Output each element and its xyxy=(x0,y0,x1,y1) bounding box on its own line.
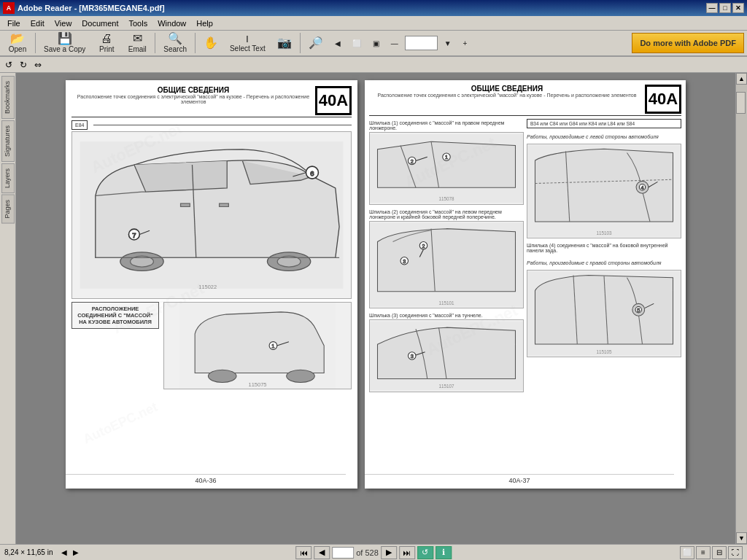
zoom-plus-button[interactable]: + xyxy=(458,31,473,55)
zoom-fit-icon: ⬜ xyxy=(352,39,361,47)
pdf-area[interactable]: AutoEPC.net AutoEPC.net AutoEPC.net ОБЩИ… xyxy=(16,73,735,544)
close-button[interactable]: ✕ xyxy=(732,3,744,13)
mass-label: РАСПОЛОЖЕНИЕ СОЕДИНЕНИЙ С "МАССОЙ"НА КУЗ… xyxy=(71,302,159,329)
save-copy-button[interactable]: 💾 Save a Copy xyxy=(39,31,90,55)
refresh-button[interactable]: ↺ xyxy=(417,546,433,559)
svg-text:3: 3 xyxy=(403,258,406,265)
rotate-icon[interactable]: ↺ xyxy=(3,59,15,71)
svg-text:3: 3 xyxy=(411,353,414,359)
layers-tab[interactable]: Layers xyxy=(1,163,15,193)
page-left-title-block: ОБЩИЕ СВЕДЕНИЯ Расположение точек соедин… xyxy=(71,86,315,104)
open-button[interactable]: 📂 Open xyxy=(3,31,32,55)
app-icon: A xyxy=(3,2,15,14)
scroll-thumb[interactable] xyxy=(736,92,746,114)
menu-tools[interactable]: Tools xyxy=(125,18,152,29)
page-right-title: ОБЩИЕ СВЕДЕНИЯ xyxy=(369,85,645,93)
svg-text:115105: 115105 xyxy=(596,349,612,354)
page-right-footer: 40A-37 xyxy=(365,474,674,484)
menu-file[interactable]: File xyxy=(3,18,25,29)
zoom-page-button[interactable]: ▣ xyxy=(368,31,384,55)
zoom-out-arrow-button[interactable]: ◀ xyxy=(330,31,346,55)
current-page-input[interactable]: 44 xyxy=(332,547,354,559)
menu-bar: File Edit View Document Tools Window Hel… xyxy=(0,16,747,31)
pages-container: AutoEPC.net AutoEPC.net AutoEPC.net ОБЩИ… xyxy=(66,80,686,489)
signatures-tab[interactable]: Signatures xyxy=(1,120,15,162)
caption-2: Шпилька (2) соединения с "массой" на лев… xyxy=(369,209,524,219)
variant-label: B34 или C84 или G84 или K84 или L84 или … xyxy=(527,119,681,128)
maximize-button[interactable]: □ xyxy=(719,3,731,13)
diagram-2-block: Шпилька (2) соединения с "массой" на лев… xyxy=(369,208,524,308)
zoom-minus-icon: — xyxy=(391,39,398,47)
menu-view[interactable]: View xyxy=(50,18,77,29)
diagram-5-svg: 5 115105 xyxy=(527,271,681,357)
continuous-view-button[interactable]: ≡ xyxy=(696,546,711,559)
page-right-subtitle: Расположение точек соединения с электрич… xyxy=(369,93,645,98)
print-label: Print xyxy=(99,45,115,53)
toolbar-separator-1 xyxy=(35,33,36,53)
page-left-footer-text: 40A-36 xyxy=(195,477,216,484)
search-button[interactable]: 🔍 Search xyxy=(158,31,192,55)
snapshot-icon: 📷 xyxy=(277,37,292,49)
svg-text:6: 6 xyxy=(310,169,314,177)
select-text-label: Select Text xyxy=(230,44,266,52)
zoom-input[interactable]: 53% xyxy=(405,36,438,50)
menu-help[interactable]: Help xyxy=(192,18,217,29)
page-left-subtitle: Расположение точек соединения с электрич… xyxy=(71,94,315,104)
pages-tab[interactable]: Pages xyxy=(1,195,15,224)
page-left-title: ОБЩИЕ СВЕДЕНИЯ xyxy=(71,86,315,94)
toolbar-separator-4 xyxy=(300,33,301,53)
svg-text:1: 1 xyxy=(445,154,448,160)
rotate-cw-icon[interactable]: ↻ xyxy=(18,59,29,71)
snapshot-button[interactable]: 📷 xyxy=(272,31,297,55)
menu-window[interactable]: Window xyxy=(153,18,190,29)
scroll-up-button[interactable]: ▲ xyxy=(736,73,747,85)
bottom-car-svg: 1 115075 xyxy=(164,303,351,389)
zoom-minus-button[interactable]: — xyxy=(386,31,403,55)
hand-tool-button[interactable]: ✋ xyxy=(198,31,223,55)
svg-text:5: 5 xyxy=(637,307,640,314)
svg-text:115078: 115078 xyxy=(438,196,454,201)
scroll-down-button[interactable]: ▼ xyxy=(736,532,747,544)
email-button[interactable]: ✉ Email xyxy=(123,31,152,55)
zoom-dropdown-icon: ▼ xyxy=(444,39,452,47)
info-button[interactable]: ℹ xyxy=(436,546,452,559)
zoom-fit-button[interactable]: ⬜ xyxy=(347,31,366,55)
fit-width-icon[interactable]: ⇔ xyxy=(32,59,44,71)
diagram-5: 5 115105 xyxy=(527,270,681,357)
select-text-icon: Ⅰ xyxy=(246,34,249,44)
next-page-button[interactable]: ▶ xyxy=(381,546,397,559)
first-page-button[interactable]: ⏮ xyxy=(295,546,311,559)
full-screen-button[interactable]: ⛶ xyxy=(728,546,743,559)
diagram-1-svg: 2 1 115078 xyxy=(370,133,523,204)
page-left-header: ОБЩИЕ СВЕДЕНИЯ Расположение точек соедин… xyxy=(71,86,352,117)
page-right-title-block: ОБЩИЕ СВЕДЕНИЯ Расположение точек соедин… xyxy=(369,85,645,98)
acrobat-button[interactable]: Do more with Adobe PDF xyxy=(632,33,744,53)
diagram-4-svg: 4 115103 xyxy=(527,144,681,238)
right-scrollbar: ▲ ▼ xyxy=(735,73,747,544)
two-page-view-button[interactable]: ⊟ xyxy=(712,546,727,559)
prev-page-button[interactable]: ◀ xyxy=(314,546,330,559)
zoom-out-arrow-icon: ◀ xyxy=(335,39,341,47)
zoom-page-icon: ▣ xyxy=(373,39,379,47)
bookmarks-tab[interactable]: Bookmarks xyxy=(1,76,15,119)
scroll-right-button[interactable]: ▶ xyxy=(73,548,79,556)
last-page-button[interactable]: ⏭ xyxy=(399,546,415,559)
right-page-columns: Шпилька (1) соединения с "массой" на пра… xyxy=(369,119,681,392)
menu-document[interactable]: Document xyxy=(77,18,123,29)
zoom-dropdown-button[interactable]: ▼ xyxy=(439,31,457,55)
svg-text:115022: 115022 xyxy=(198,284,217,290)
minimize-button[interactable]: — xyxy=(706,3,718,13)
nav-toolbar: ↺ ↻ ⇔ xyxy=(0,57,747,73)
print-button[interactable]: 🖨 Print xyxy=(92,31,121,55)
select-text-button[interactable]: Ⅰ Select Text xyxy=(225,31,271,55)
bottom-label-area: РАСПОЛОЖЕНИЕ СОЕДИНЕНИЙ С "МАССОЙ"НА КУЗ… xyxy=(71,302,159,389)
svg-text:2: 2 xyxy=(422,243,425,249)
single-page-view-button[interactable]: ⬜ xyxy=(680,546,694,559)
scroll-track[interactable] xyxy=(736,85,747,532)
scroll-left-button[interactable]: ◀ xyxy=(61,548,67,556)
left-side-label: Работы, производимые с левой стороны авт… xyxy=(527,134,681,139)
open-label: Open xyxy=(9,45,26,53)
of-label: of 528 xyxy=(356,548,379,557)
zoom-in-button[interactable]: 🔎 xyxy=(303,31,328,55)
menu-edit[interactable]: Edit xyxy=(26,18,49,29)
